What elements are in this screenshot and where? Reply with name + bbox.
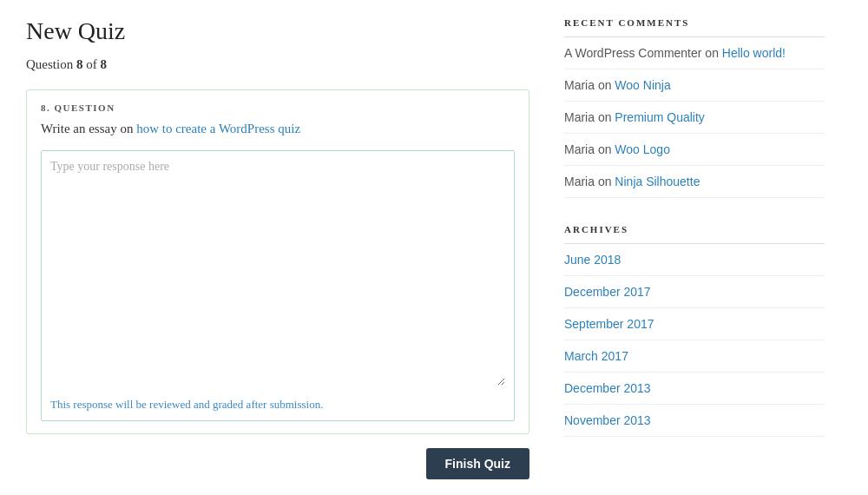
finish-quiz-button[interactable]: Finish Quiz [426, 448, 529, 479]
list-item: June 2018 [564, 244, 825, 276]
list-item: A WordPress Commenter on Hello world! [564, 37, 825, 69]
finish-btn-wrapper: Finish Quiz [26, 448, 529, 479]
list-item: March 2017 [564, 340, 825, 373]
question-current: 8 [76, 57, 83, 71]
list-item: September 2017 [564, 308, 825, 340]
archive-link[interactable]: September 2017 [564, 308, 825, 340]
comment-author: Maria [564, 175, 595, 188]
review-note: This response will be reviewed and grade… [50, 398, 505, 412]
archive-link[interactable]: November 2013 [564, 405, 825, 436]
comment-author: A WordPress Commenter [564, 46, 701, 60]
archive-link[interactable]: December 2017 [564, 276, 825, 307]
list-item: Maria on Woo Ninja [564, 69, 825, 102]
page-title: New Quiz [26, 17, 529, 45]
list-item: December 2017 [564, 276, 825, 308]
comment-on-text: on [598, 175, 612, 188]
question-total: 8 [100, 57, 107, 71]
sidebar: Recent Comments A WordPress Commenter on… [564, 17, 825, 479]
list-item: December 2013 [564, 373, 825, 405]
comment-author: Maria [564, 110, 595, 124]
comment-link[interactable]: Maria on Woo Ninja [564, 69, 825, 101]
question-separator: of [86, 57, 97, 71]
comment-link[interactable]: A WordPress Commenter on Hello world! [564, 37, 825, 69]
question-text-link[interactable]: how to create a WordPress quiz [136, 122, 300, 135]
archives-section: Archives June 2018December 2017September… [564, 224, 825, 437]
main-content: New Quiz Question 8 of 8 8. Question Wri… [26, 17, 529, 479]
recent-comments-list: A WordPress Commenter on Hello world!Mar… [564, 37, 825, 198]
comment-on-text: on [598, 142, 612, 156]
question-text-pre: Write an essay on [41, 122, 136, 135]
list-item: November 2013 [564, 405, 825, 437]
comment-link[interactable]: Maria on Ninja Silhouette [564, 166, 825, 197]
response-textarea[interactable] [50, 160, 505, 386]
list-item: Maria on Woo Logo [564, 134, 825, 166]
question-box: 8. Question Write an essay on how to cre… [26, 89, 529, 434]
list-item: Maria on Premium Quality [564, 102, 825, 134]
comment-on-text: on [705, 46, 719, 60]
recent-comments-section: Recent Comments A WordPress Commenter on… [564, 17, 825, 198]
question-text: Write an essay on how to create a WordPr… [41, 122, 515, 136]
archive-link[interactable]: June 2018 [564, 244, 825, 275]
archive-link[interactable]: December 2013 [564, 373, 825, 404]
archive-link[interactable]: March 2017 [564, 340, 825, 372]
archives-list: June 2018December 2017September 2017Marc… [564, 244, 825, 437]
question-label: Question [26, 57, 73, 71]
textarea-wrapper: This response will be reviewed and grade… [41, 150, 515, 421]
question-counter: Question 8 of 8 [26, 57, 529, 72]
archives-heading: Archives [564, 224, 825, 244]
question-section-label: 8. Question [41, 102, 515, 113]
comment-author: Maria [564, 78, 595, 92]
comment-link[interactable]: Maria on Woo Logo [564, 134, 825, 165]
list-item: Maria on Ninja Silhouette [564, 166, 825, 198]
comment-on-text: on [598, 110, 612, 124]
comment-author: Maria [564, 142, 595, 156]
recent-comments-heading: Recent Comments [564, 17, 825, 37]
comment-link[interactable]: Maria on Premium Quality [564, 102, 825, 133]
comment-on-text: on [598, 78, 612, 92]
